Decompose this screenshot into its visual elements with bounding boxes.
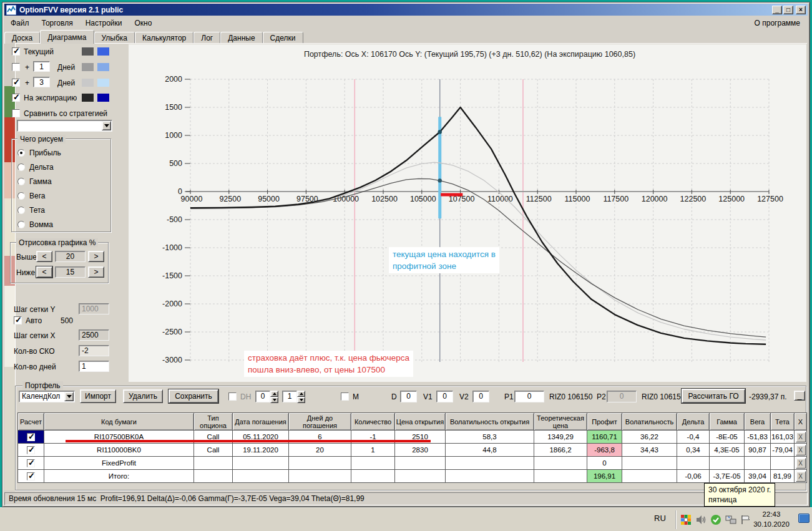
maximize-button[interactable]: □ [783,6,793,14]
p1-field[interactable]: 0 [514,391,544,402]
column-header[interactable]: Теоретическая цена [534,413,587,431]
taskbar[interactable]: RU 22:43 30.10.2020 [0,507,812,531]
current-checkbox[interactable] [12,47,20,56]
calc-cell[interactable] [18,457,44,470]
column-header[interactable]: Дней до погашения [289,413,351,431]
network-icon[interactable] [725,514,736,525]
plus1-color1-swatch[interactable] [82,63,94,71]
current-color1-swatch[interactable] [82,47,94,56]
remove-row-button[interactable]: X [796,458,806,469]
tab-5[interactable]: Лог [193,32,220,44]
menu-window[interactable]: Окно [129,17,159,29]
rubik-cube-icon[interactable] [680,514,692,525]
profit-chart[interactable]: 2000150010005000-500-1000-1500-2000-2500… [142,69,807,381]
remove-row-button[interactable]: X [796,432,806,442]
expiry-checkbox[interactable] [12,94,20,102]
save-button[interactable]: Сохранить [169,389,218,403]
volume-icon[interactable] [695,514,707,525]
plus3-color1-swatch[interactable] [82,79,94,87]
tab-7[interactable]: Сделки [263,32,303,44]
radio-gamma[interactable] [17,178,25,185]
radio-theta[interactable] [17,207,25,214]
plus3-days-input[interactable] [33,77,50,87]
spin1-down-button[interactable] [270,397,278,403]
radio-vomma[interactable] [17,221,25,228]
plus3-color2-swatch[interactable] [97,79,109,87]
calc-cell[interactable] [18,444,44,457]
column-header[interactable]: Вега [745,413,771,431]
below-value[interactable]: 15 [55,266,86,278]
above-decrease-button[interactable]: < [36,251,52,262]
sko-field[interactable]: -2 [79,345,109,356]
plus1-days-input[interactable] [33,61,50,72]
radio-vega[interactable] [17,192,25,200]
v1-field[interactable]: 0 [436,391,453,402]
close-button[interactable]: × [796,6,806,14]
below-decrease-button[interactable]: < [36,266,52,278]
expiry-color1-swatch[interactable] [82,94,94,102]
step-x-field[interactable]: 2500 [79,329,109,341]
minimize-button[interactable]: _ [772,6,782,14]
tab-4[interactable]: Калькулятор [135,32,193,44]
spin1-field[interactable]: 0 [255,391,270,402]
column-header[interactable]: Код бумаги [44,413,194,431]
remove-row-button[interactable]: X [796,445,806,455]
column-header[interactable]: Цена открытия [395,413,446,431]
collapse-button[interactable]: _ [794,391,805,401]
column-header[interactable]: Гамма [710,413,745,431]
language-indicator[interactable]: RU [654,514,666,523]
calc-cell[interactable] [18,431,44,444]
menu-about[interactable]: О программе [748,17,808,29]
spin2-up-button[interactable] [297,391,305,397]
column-header[interactable]: Профит [587,413,622,431]
strategy-combobox[interactable] [17,120,112,132]
menu-settings[interactable]: Настройки [79,17,129,29]
column-header[interactable]: Волатильность [622,413,677,431]
delete-button[interactable]: Удалить [123,389,163,403]
calc-margin-button[interactable]: Рассчитать ГО [682,389,745,403]
m-checkbox[interactable] [341,392,349,401]
above-value[interactable]: 20 [55,251,86,262]
calc-cell[interactable] [18,470,44,483]
radio-delta[interactable] [17,163,25,171]
table-row[interactable]: FixedProfit0X [18,457,807,470]
v2-field[interactable]: 0 [472,391,489,402]
plus3-checkbox[interactable] [12,79,20,87]
tab-3[interactable]: Улыбка [94,32,135,44]
taskbar-clock[interactable]: 22:43 30.10.2020 [749,509,794,529]
table-row[interactable]: Итого:196,91-0,06-3,7E-0539,0481,99X [18,470,807,483]
compare-strategy-checkbox[interactable] [12,109,20,117]
column-header[interactable]: Количество [351,413,395,431]
tab-6[interactable]: Данные [220,32,262,44]
column-header[interactable]: X [795,413,807,431]
current-color2-swatch[interactable] [97,47,109,56]
column-header[interactable]: Расчет [18,413,44,431]
menu-trading[interactable]: Торговля [36,17,79,29]
plus1-checkbox[interactable] [12,63,20,71]
radio-profit[interactable] [17,149,25,157]
d-field[interactable]: 0 [400,391,417,402]
spin2-down-button[interactable] [297,397,305,403]
table-row[interactable]: RI110000BK0Call19.11.2020201283044,81866… [18,444,807,457]
auto-checkbox[interactable] [14,316,22,324]
plus1-color2-swatch[interactable] [97,63,109,71]
antivirus-check-icon[interactable] [710,514,722,525]
column-header[interactable]: Тип опциона [194,413,233,431]
above-increase-button[interactable]: > [88,251,104,262]
menu-file[interactable]: Файл [4,17,36,29]
show-desktop-icon[interactable] [798,514,810,523]
days-count-field[interactable]: 1 [79,361,109,372]
tab-1[interactable]: Доска [4,32,40,44]
dh-checkbox[interactable] [228,392,237,401]
strategy-type-combobox-arrow[interactable] [64,392,74,401]
below-increase-button[interactable]: > [88,266,104,278]
remove-row-button[interactable]: X [796,471,806,482]
column-header[interactable]: Дата погашения [233,413,289,431]
spin2-field[interactable]: 1 [282,391,297,402]
column-header[interactable]: Волатильность открытия [446,413,534,431]
expiry-color2-swatch[interactable] [97,94,109,102]
spin1-up-button[interactable] [270,391,278,397]
strategy-combobox-arrow[interactable] [102,121,111,130]
column-header[interactable]: Дельта [677,413,710,431]
import-button[interactable]: Импорт [80,389,116,403]
